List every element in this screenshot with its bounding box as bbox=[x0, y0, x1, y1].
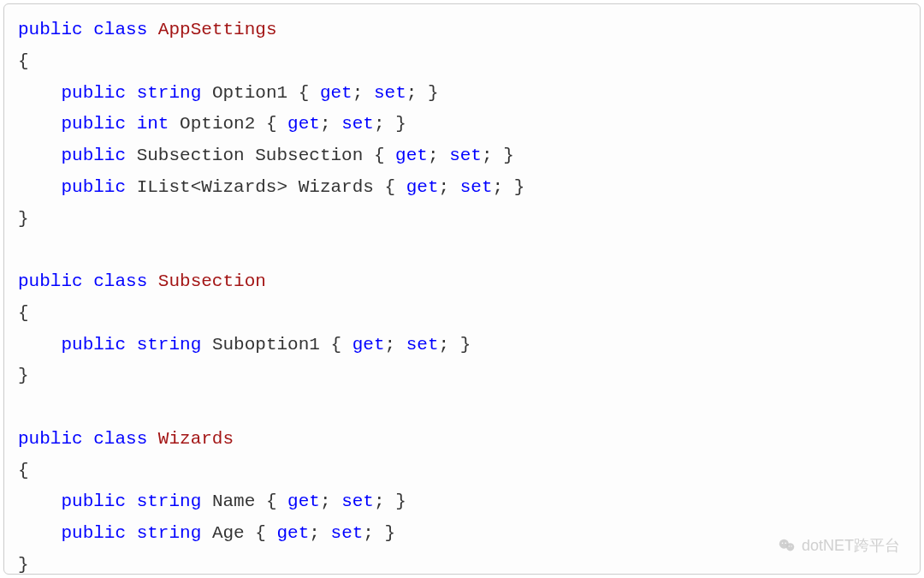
code-token: ; } bbox=[374, 492, 406, 511]
code-token: ; } bbox=[482, 146, 514, 165]
code-token: get bbox=[352, 335, 385, 355]
code-token: ; bbox=[385, 335, 406, 355]
code-token: set bbox=[374, 83, 406, 103]
code-token: { bbox=[18, 51, 29, 71]
code-token: } bbox=[18, 209, 29, 229]
code-token: class bbox=[93, 20, 147, 39]
code-token: ; } bbox=[363, 523, 395, 543]
code-token: public bbox=[61, 83, 126, 103]
code-token: Name { bbox=[201, 492, 287, 511]
code-token: ; bbox=[309, 523, 330, 543]
code-token: } bbox=[18, 366, 29, 385]
code-token bbox=[18, 114, 61, 134]
code-token: ; bbox=[428, 146, 449, 165]
code-token: public bbox=[18, 271, 83, 291]
code-token: Subsection bbox=[158, 271, 266, 291]
code-token: } bbox=[18, 555, 29, 575]
code-token: Option1 { bbox=[201, 83, 320, 103]
code-token: get bbox=[287, 114, 320, 134]
code-token: ; bbox=[439, 177, 460, 197]
code-token: Wizards bbox=[158, 429, 234, 449]
code-token bbox=[126, 114, 137, 134]
code-token: { bbox=[18, 303, 29, 323]
code-token: ; } bbox=[406, 83, 439, 103]
code-token: get bbox=[287, 492, 320, 511]
code-token: ; } bbox=[493, 177, 525, 197]
code-token bbox=[147, 271, 158, 291]
code-token bbox=[18, 492, 61, 511]
code-token bbox=[83, 271, 94, 291]
code-token: { bbox=[18, 461, 29, 480]
code-token: Age { bbox=[201, 523, 276, 543]
code-token: ; } bbox=[439, 335, 471, 355]
code-token: set bbox=[331, 523, 364, 543]
code-token bbox=[18, 177, 61, 197]
code-token: public bbox=[61, 523, 126, 543]
code-token: public bbox=[61, 177, 126, 197]
code-token: int bbox=[137, 114, 169, 134]
code-token bbox=[126, 492, 137, 511]
code-token bbox=[126, 335, 137, 355]
code-token bbox=[147, 429, 158, 449]
code-token: string bbox=[137, 83, 202, 103]
code-token: Option2 { bbox=[169, 114, 287, 134]
code-token: public bbox=[61, 335, 126, 355]
code-token: class bbox=[93, 271, 147, 291]
code-token: get bbox=[395, 146, 428, 165]
code-block: public class AppSettings { public string… bbox=[3, 3, 921, 575]
code-token: class bbox=[93, 429, 147, 449]
code-token: string bbox=[137, 523, 202, 543]
code-token: get bbox=[277, 523, 310, 543]
code-token: public bbox=[61, 492, 126, 511]
code-token: ; } bbox=[374, 114, 406, 134]
code-token bbox=[83, 20, 94, 39]
code-token: set bbox=[460, 177, 493, 197]
code-token: public bbox=[61, 146, 126, 165]
code-token: ; bbox=[352, 83, 374, 103]
code-content: public class AppSettings { public string… bbox=[18, 15, 906, 578]
code-token: set bbox=[406, 335, 439, 355]
code-token: ; bbox=[320, 492, 341, 511]
code-token: public bbox=[18, 20, 83, 39]
code-token bbox=[126, 83, 137, 103]
code-token bbox=[147, 20, 158, 39]
code-token: get bbox=[406, 177, 439, 197]
code-token bbox=[83, 429, 94, 449]
code-token bbox=[18, 83, 61, 103]
code-token: ; bbox=[320, 114, 341, 134]
code-token: string bbox=[137, 335, 202, 355]
code-token: AppSettings bbox=[158, 20, 277, 39]
code-token: set bbox=[449, 146, 482, 165]
code-token: get bbox=[320, 83, 352, 103]
code-token: string bbox=[137, 492, 202, 511]
code-token: set bbox=[341, 492, 374, 511]
code-token: public bbox=[61, 114, 126, 134]
code-token: public bbox=[18, 429, 83, 449]
code-token bbox=[18, 523, 61, 543]
code-token bbox=[18, 335, 61, 355]
code-token: set bbox=[341, 114, 374, 134]
code-token: Suboption1 { bbox=[201, 335, 352, 355]
code-token bbox=[18, 146, 61, 165]
code-token: IList<Wizards> Wizards { bbox=[126, 177, 406, 197]
code-token: Subsection Subsection { bbox=[126, 146, 395, 165]
code-token bbox=[126, 523, 137, 543]
